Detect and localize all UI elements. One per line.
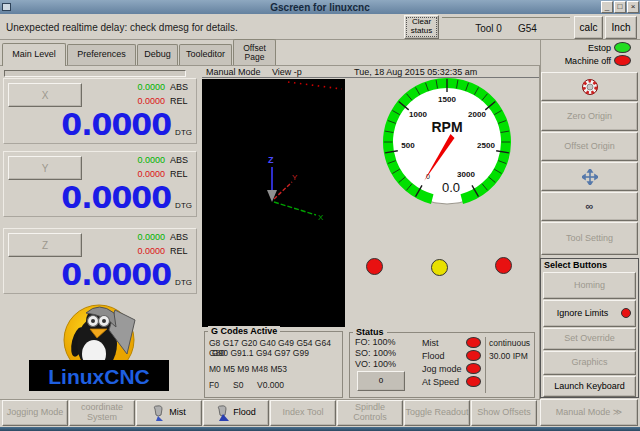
manual-mode-button[interactable]: Manual Mode ≫ bbox=[540, 399, 638, 426]
flood-status-label: Flood bbox=[422, 351, 445, 361]
jogging-mode-button[interactable]: Jogging Mode bbox=[2, 400, 68, 426]
calc-button[interactable]: calc bbox=[574, 16, 603, 39]
index-tool-button[interactable]: Index Tool bbox=[270, 400, 336, 426]
abs-label: ABS bbox=[170, 155, 192, 165]
status-frame-title: Status bbox=[353, 327, 387, 337]
gauge-tick-2500: 2500 bbox=[477, 141, 495, 150]
speed-word: S0 bbox=[233, 380, 243, 390]
axis-panel-z: Z 0.0000 ABS 0.0000 REL 0.0000 DTG bbox=[3, 228, 197, 294]
rel-value-y: 0.0000 bbox=[137, 169, 165, 179]
axis-select-button-z[interactable]: Z bbox=[8, 233, 82, 257]
units-inch-button[interactable]: Inch bbox=[605, 16, 637, 39]
mode-label: Manual Mode bbox=[206, 67, 261, 77]
gauge-value: 0.0 bbox=[442, 180, 460, 195]
clear-status-button[interactable]: Clear status bbox=[404, 15, 439, 39]
dtg-label: DTG bbox=[175, 201, 192, 210]
dtg-value-y: 0.0000 bbox=[61, 180, 171, 215]
tool-setting-button[interactable]: Tool Setting bbox=[541, 222, 638, 255]
z-axis-label: Z bbox=[268, 155, 274, 165]
spindle-reverse-led bbox=[495, 257, 512, 274]
spindle-forward-led bbox=[366, 258, 383, 275]
top-statusbar: Unexpected realtime delay: check dmesg f… bbox=[0, 14, 640, 40]
estop-led[interactable] bbox=[614, 42, 631, 53]
toggle-readout-button[interactable]: Toggle Readout bbox=[404, 400, 470, 426]
link-axes-button[interactable]: ∞ bbox=[541, 192, 638, 221]
spindle-gauge-button[interactable] bbox=[541, 72, 638, 101]
abs-readout-y: 0.0000 ABS bbox=[137, 155, 192, 165]
select-buttons-frame: Select Buttons Homing Ignore Limits Set … bbox=[540, 258, 639, 398]
titlebar[interactable]: Gscreen for linuxcnc _ □ × bbox=[0, 0, 640, 14]
tool-cone-icon bbox=[267, 190, 277, 202]
gscreen-window: Gscreen for linuxcnc _ □ × Unexpected re… bbox=[0, 0, 640, 431]
gremlin-3d-view[interactable]: Z Y X bbox=[202, 79, 345, 327]
abs-value-z: 0.0000 bbox=[137, 232, 165, 242]
ignore-limits-led bbox=[621, 308, 631, 318]
tab-preferences[interactable]: Preferences bbox=[67, 44, 136, 65]
velocity-override-label: VO: 100% bbox=[355, 359, 396, 369]
rel-label: REL bbox=[170, 96, 192, 106]
flood-led bbox=[466, 350, 481, 361]
tab-tooleditor[interactable]: Tooleditor bbox=[179, 44, 232, 65]
homing-button[interactable]: Homing bbox=[543, 272, 636, 299]
minimize-button[interactable]: _ bbox=[601, 1, 613, 13]
active-mcodes: M0 M5 M9 M48 M53 bbox=[209, 364, 287, 374]
spindle-controls-button[interactable]: Spindle Controls bbox=[337, 400, 403, 426]
flood-spray-icon bbox=[216, 405, 230, 422]
machine-off-led[interactable] bbox=[614, 55, 631, 66]
tab-main-level[interactable]: Main Level bbox=[2, 43, 66, 66]
gauge-tick-1000: 1000 bbox=[409, 110, 427, 119]
axis-select-button-x[interactable]: X bbox=[8, 83, 82, 107]
abs-value-x: 0.0000 bbox=[137, 82, 165, 92]
launch-keyboard-button[interactable]: Launch Keyboard bbox=[543, 376, 636, 397]
atspeed-led bbox=[466, 376, 481, 387]
gauge-tick-500: 500 bbox=[401, 141, 415, 150]
gauge-tick-1500: 1500 bbox=[438, 95, 456, 104]
maximize-button[interactable]: □ bbox=[614, 1, 626, 13]
jog-speed-bar[interactable] bbox=[4, 70, 186, 77]
zero-origin-button[interactable]: Zero Origin bbox=[541, 102, 638, 131]
velocity-word: V0.000 bbox=[257, 380, 284, 390]
dtg-value-x: 0.0000 bbox=[61, 107, 171, 142]
x-axis-label: X bbox=[318, 213, 324, 222]
tab-debug[interactable]: Debug bbox=[137, 44, 178, 65]
spindle-stop-led bbox=[431, 259, 448, 276]
dtg-readout-y: 0.0000 DTG bbox=[61, 180, 192, 215]
gauge-tick-2000: 2000 bbox=[468, 110, 486, 119]
show-offsets-button[interactable]: Show Offsets bbox=[471, 400, 537, 426]
window-bottom-border bbox=[0, 427, 640, 431]
set-override-button[interactable]: Set Override bbox=[543, 328, 636, 350]
mist-led bbox=[466, 337, 481, 348]
rel-readout-y: 0.0000 REL bbox=[137, 169, 192, 179]
close-button[interactable]: × bbox=[627, 1, 639, 13]
mist-button-label: Mist bbox=[169, 408, 186, 418]
linuxcnc-logo: LinuxCNC bbox=[3, 300, 197, 397]
axis-select-button-y[interactable]: Y bbox=[8, 156, 82, 180]
dtg-readout-z: 0.0000 DTG bbox=[61, 257, 192, 292]
abs-label: ABS bbox=[170, 82, 192, 92]
gauge-tick-3000: 3000 bbox=[457, 170, 475, 179]
override-counter-button[interactable]: 0 bbox=[357, 371, 405, 391]
mist-button[interactable]: Mist bbox=[136, 400, 202, 426]
realtime-delay-message: Unexpected realtime delay: check dmesg f… bbox=[6, 22, 238, 33]
flood-button[interactable]: Flood bbox=[203, 400, 269, 426]
tab-offset-page[interactable]: Offset Page bbox=[233, 39, 276, 65]
jogmode-status-label: Jog mode bbox=[422, 364, 462, 374]
jog-mode-value: continuous bbox=[489, 338, 530, 348]
feed-word: F0 bbox=[209, 380, 219, 390]
linuxcnc-logo-text: LinuxCNC bbox=[48, 365, 150, 388]
rel-readout-x: 0.0000 REL bbox=[137, 96, 192, 106]
toolpath-limit-line bbox=[288, 82, 342, 89]
gauge-title: RPM bbox=[431, 119, 462, 135]
axis-panel-x: X 0.0000 ABS 0.0000 REL 0.0000 DTG bbox=[3, 78, 197, 144]
abs-readout-x: 0.0000 ABS bbox=[137, 82, 192, 92]
rel-label: REL bbox=[170, 169, 192, 179]
x-axis-line bbox=[274, 202, 316, 215]
gauge-wheel-icon bbox=[581, 78, 599, 96]
view-label[interactable]: View -p bbox=[272, 67, 302, 77]
coordinate-system-button[interactable]: coordinate System bbox=[69, 400, 135, 426]
offset-origin-button[interactable]: Offset Origin bbox=[541, 132, 638, 161]
jog-rate-value: 30.00 IPM bbox=[489, 351, 528, 361]
move-tool-button[interactable] bbox=[541, 162, 638, 191]
graphics-button[interactable]: Graphics bbox=[543, 351, 636, 375]
dtg-label: DTG bbox=[175, 128, 192, 137]
